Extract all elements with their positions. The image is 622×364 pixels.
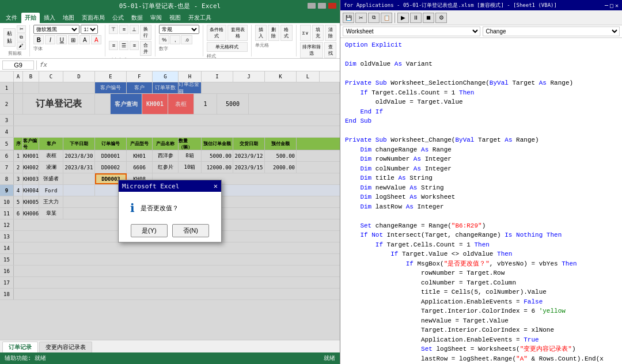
vba-line: newValue = Target.Value bbox=[345, 316, 617, 326]
tab-home[interactable]: 开始 bbox=[21, 13, 40, 23]
border-btn[interactable]: ⊞ bbox=[68, 35, 78, 44]
vba-break-btn[interactable]: ⏸ bbox=[410, 13, 422, 23]
vba-code-area[interactable]: Option Explicit Dim oldValue As Variant … bbox=[340, 38, 622, 364]
comma-btn[interactable]: , bbox=[170, 35, 180, 44]
dialog-title-text: Microsoft Excel bbox=[122, 183, 179, 190]
excel-title: 05-01-订单登记表-也是 - Excel bbox=[119, 2, 221, 10]
name-box[interactable]: G9 bbox=[2, 60, 34, 70]
vba-run-btn[interactable]: ▶ bbox=[397, 13, 409, 23]
table-format-btn[interactable]: 套用表格 bbox=[227, 25, 247, 41]
maximize-btn[interactable] bbox=[318, 3, 326, 9]
number-format-select[interactable]: 常规 bbox=[159, 25, 199, 34]
copy-btn[interactable]: ⧉ bbox=[17, 33, 26, 41]
col-header-l: L bbox=[297, 71, 320, 82]
wrap-btn[interactable]: 换行 bbox=[140, 25, 151, 40]
vba-line: Set logSheet = Worksheets("变更内容记录表") bbox=[345, 344, 617, 354]
tab-data[interactable]: 数据 bbox=[128, 13, 146, 23]
align-right-btn[interactable]: ≡ bbox=[130, 41, 139, 50]
conditional-format-btn[interactable]: 条件格式 bbox=[207, 25, 226, 41]
vba-line bbox=[345, 50, 617, 60]
font-name-select[interactable]: 微软雅黑 bbox=[33, 25, 79, 34]
vba-dropdowns: Worksheet Change bbox=[340, 25, 622, 38]
tab-insert[interactable]: 插入 bbox=[40, 13, 59, 23]
tab-map[interactable]: 地图 bbox=[59, 13, 78, 23]
sheet-tab-main[interactable]: 订单记录 bbox=[2, 342, 38, 352]
vba-tb-btn-3[interactable]: ⧉ bbox=[368, 13, 380, 23]
align-mid-btn[interactable]: ≡ bbox=[119, 25, 128, 34]
vba-line: colNumber = Target.Column bbox=[345, 278, 617, 288]
insert-cell-btn[interactable]: 插入 bbox=[255, 25, 267, 41]
tab-review[interactable]: 审阅 bbox=[147, 13, 165, 23]
percent-btn[interactable]: % bbox=[159, 35, 169, 44]
align-left-btn[interactable]: ≡ bbox=[109, 41, 118, 50]
bold-btn[interactable]: B bbox=[33, 35, 44, 44]
vba-close-btn[interactable]: ✕ bbox=[615, 2, 619, 9]
col-header-c: C bbox=[39, 71, 63, 82]
excel-title-bar: 05-01-订单登记表-也是 - Excel bbox=[0, 0, 340, 12]
vba-line: If Not Intersect(Target, changeRange) Is… bbox=[345, 230, 617, 240]
format-painter-btn[interactable]: 🖌 bbox=[17, 42, 26, 50]
increase-decimal-btn[interactable]: .0 bbox=[181, 35, 192, 44]
tab-dev[interactable]: 开发工具 bbox=[185, 13, 215, 23]
col-header-j: J bbox=[233, 71, 265, 82]
vba-mode-btn[interactable]: ⚙ bbox=[435, 13, 447, 23]
italic-btn[interactable]: I bbox=[45, 35, 55, 44]
vba-line: Application.EnableEvents = False bbox=[345, 297, 617, 307]
cell-style-btn[interactable]: 单元格样式 bbox=[207, 42, 247, 52]
ribbon-tabs: 文件 开始 插入 地图 页面布局 公式 数据 审阅 视图 开发工具 bbox=[0, 12, 340, 23]
autosum-btn[interactable]: Σ∨ bbox=[300, 25, 311, 41]
grid: 1 客户编号 客户 订单草数 订单总金额 2 订单登记表 客户查询 bbox=[0, 82, 340, 340]
vba-line: Target.Interior.ColorIndex = 6 'yellow bbox=[345, 306, 617, 316]
vba-line: lastRow = logSheet.Range("A" & Rows.Coun… bbox=[345, 354, 617, 364]
dialog-no-btn[interactable]: 否(N) bbox=[172, 224, 209, 237]
align-bot-btn[interactable]: ⊥ bbox=[130, 25, 139, 34]
find-btn[interactable]: 查找 bbox=[324, 42, 336, 58]
paste-btn[interactable]: 粘贴 bbox=[3, 28, 16, 47]
align-center-btn[interactable]: ☰ bbox=[119, 41, 128, 50]
format-cell-btn[interactable]: 格式 bbox=[280, 25, 292, 41]
vba-line: Dim colNumber As Integer bbox=[345, 164, 617, 174]
delete-cell-btn[interactable]: 删除 bbox=[268, 25, 279, 41]
col-header-i: I bbox=[202, 71, 233, 82]
vba-tb-btn-1[interactable]: 💾 bbox=[343, 13, 354, 23]
merge-btn[interactable]: 合并 bbox=[140, 41, 151, 56]
align-top-btn[interactable]: ⊤ bbox=[109, 25, 118, 34]
vba-proc-dropdown[interactable]: Change bbox=[483, 26, 620, 36]
tab-file[interactable]: 文件 bbox=[2, 13, 21, 23]
vba-min-btn[interactable]: ─ bbox=[605, 2, 608, 9]
sort-filter-btn[interactable]: 排序和筛选 bbox=[300, 42, 323, 58]
fill-btn[interactable]: A bbox=[79, 35, 90, 44]
tab-view[interactable]: 视图 bbox=[166, 13, 184, 23]
clipboard-label: 剪贴板 bbox=[8, 50, 22, 56]
font-size-select[interactable]: 11 bbox=[81, 25, 98, 34]
cut-btn[interactable]: ✂ bbox=[17, 25, 26, 33]
dialog-info-icon: ℹ bbox=[130, 201, 135, 215]
vba-tb-btn-4[interactable]: 📋 bbox=[381, 13, 392, 23]
underline-btn[interactable]: U bbox=[56, 35, 67, 44]
ribbon-group-cells: 插入 删除 格式 单元格 bbox=[255, 25, 297, 56]
vba-line: If MsgBox("是否更改值？", vbYesNo) = vbYes The… bbox=[345, 259, 617, 269]
tab-page[interactable]: 页面布局 bbox=[78, 13, 108, 23]
vba-line bbox=[345, 69, 617, 79]
vba-tb-btn-2[interactable]: ✂ bbox=[355, 13, 367, 23]
font-color-btn[interactable]: A bbox=[91, 35, 101, 44]
vba-line: Application.EnableEvents = True bbox=[345, 335, 617, 345]
col-header-d: D bbox=[63, 71, 95, 82]
fill-btn2[interactable]: 填充 bbox=[312, 25, 324, 41]
vba-line: Dim changeRange As Range bbox=[345, 145, 617, 155]
dialog-yes-btn[interactable]: 是(Y) bbox=[131, 224, 168, 237]
vba-object-dropdown[interactable]: Worksheet bbox=[343, 26, 480, 36]
excel-area: A B C D E F G H I J K L 1 bbox=[0, 71, 340, 364]
vba-max-btn[interactable]: □ bbox=[610, 2, 613, 9]
font-label: 字体 bbox=[33, 46, 101, 52]
tab-formula[interactable]: 公式 bbox=[109, 13, 127, 23]
formula-input[interactable] bbox=[49, 62, 337, 69]
close-btn[interactable] bbox=[328, 3, 336, 9]
dialog-close-icon[interactable]: ✕ bbox=[214, 182, 218, 190]
ribbon-group-clipboard: 粘贴 ✂ ⧉ 🖌 剪贴板 bbox=[3, 25, 30, 56]
minimize-btn[interactable] bbox=[308, 3, 316, 9]
clear-btn[interactable]: 清除 bbox=[325, 25, 336, 41]
vba-reset-btn[interactable]: ⏹ bbox=[423, 13, 434, 23]
sheet-tab-log[interactable]: 变更内容记录表 bbox=[39, 342, 92, 352]
ribbon-group-styles: 条件格式 套用表格 单元格样式 样式 bbox=[207, 25, 251, 56]
